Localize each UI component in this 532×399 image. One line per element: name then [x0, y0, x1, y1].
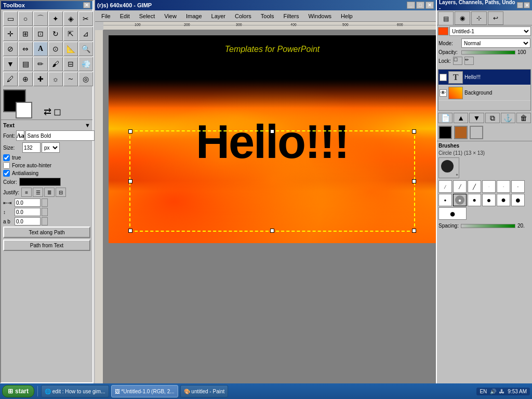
blend-tool[interactable]: ▤	[18, 57, 33, 71]
menu-edit[interactable]: Edit	[116, 12, 134, 20]
indent-spinner[interactable]	[42, 198, 48, 207]
layer-item-hello[interactable]: 👁 T Hello!!!	[438, 70, 530, 85]
taskbar-item-gimp[interactable]: 🖼 *Untitled-1.0 (RGB, 2...	[111, 385, 178, 397]
brush-2[interactable]: ╱	[453, 180, 467, 193]
brush-11[interactable]: ●	[497, 194, 510, 206]
airbrush-tool[interactable]: 💨	[78, 57, 93, 71]
brush-10[interactable]: ●	[482, 194, 496, 206]
convolve-tool[interactable]: ◎	[78, 72, 93, 86]
background-color[interactable]	[16, 102, 32, 118]
fg-color-box[interactable]	[438, 126, 452, 139]
taskbar-item-paint[interactable]: 🎨 untitled - Paint	[180, 385, 229, 397]
brush-3[interactable]: ╱	[468, 180, 481, 193]
paintbrush-tool[interactable]: 🖌	[48, 57, 63, 71]
line-spacing-input[interactable]	[15, 208, 41, 216]
tab-channels[interactable]: ◉	[455, 11, 470, 25]
start-button[interactable]: ⊞ start	[2, 385, 34, 397]
text-color-swatch[interactable]	[19, 178, 61, 186]
justify-left-button[interactable]: ≡	[21, 188, 32, 197]
tab-layers[interactable]: ▤	[438, 11, 454, 25]
menu-tools[interactable]: Tools	[257, 12, 278, 20]
raise-layer-button[interactable]: ▲	[454, 113, 468, 123]
menu-help[interactable]: Help	[337, 12, 357, 20]
brush-9[interactable]: ●	[468, 194, 481, 206]
tab-undo[interactable]: ↩	[488, 11, 503, 25]
heal-tool[interactable]: ✚	[33, 72, 48, 86]
foreground-color[interactable]	[3, 89, 26, 112]
lock-transparency-button[interactable]: ☐	[453, 57, 462, 65]
crop-tool[interactable]: ⊡	[33, 26, 48, 41]
maximize-button[interactable]: □	[416, 2, 424, 9]
force-auto-hinter-checkbox[interactable]	[3, 162, 10, 169]
menu-filters[interactable]: Filters	[280, 12, 303, 20]
pencil-tool[interactable]: ✏	[33, 57, 48, 71]
font-name-input[interactable]	[25, 130, 95, 141]
mid-color-box[interactable]	[454, 126, 468, 139]
mode-select[interactable]: Normal	[461, 38, 530, 48]
layer-item-background[interactable]: 👁 Background	[438, 85, 530, 101]
anchor-layer-button[interactable]: ⚓	[501, 113, 515, 123]
brush-7[interactable]: ●	[438, 194, 452, 206]
text-tool[interactable]: A	[33, 42, 48, 56]
menu-image[interactable]: Image	[182, 12, 206, 20]
menu-view[interactable]: View	[160, 12, 181, 20]
size-input[interactable]	[22, 142, 41, 153]
brush-circle-11[interactable]: ●	[453, 194, 467, 206]
indent-input[interactable]	[15, 198, 41, 207]
lower-layer-button[interactable]: ▼	[469, 113, 484, 123]
menu-layer[interactable]: Layer	[207, 12, 230, 20]
color-picker-tool[interactable]: ⊙	[48, 42, 63, 56]
rotate-tool[interactable]: ↻	[48, 26, 63, 41]
line-spacing-spinner[interactable]	[42, 208, 48, 216]
path-from-text-button[interactable]: Path from Text	[3, 240, 90, 251]
brush-5[interactable]: ·	[497, 180, 510, 193]
new-layer-button[interactable]: 📄	[438, 113, 453, 123]
text-along-path-button[interactable]: Text along Path	[3, 227, 90, 238]
rect-select-tool[interactable]: ▭	[3, 11, 18, 26]
unit-select[interactable]: px pt mm	[42, 142, 60, 153]
hinting-checkbox[interactable]	[3, 154, 10, 161]
letter-spacing-input[interactable]	[15, 217, 41, 225]
spacing-slider[interactable]	[461, 224, 515, 228]
right-panel-minimize[interactable]: _	[517, 2, 523, 8]
justify-center-button[interactable]: ☰	[33, 188, 43, 197]
magnify-tool[interactable]: 🔍	[78, 42, 93, 56]
menu-windows[interactable]: Windows	[304, 12, 336, 20]
justify-right-button[interactable]: ≣	[44, 188, 55, 197]
swap-colors[interactable]: ⇄	[44, 106, 51, 117]
lock-paint-button[interactable]: ✏	[464, 57, 474, 65]
measure-tool[interactable]: 📐	[63, 42, 78, 56]
brush-6[interactable]: ·	[511, 180, 525, 193]
move-tool[interactable]: ✛	[3, 26, 18, 41]
layer-visibility-hello[interactable]: 👁	[440, 74, 447, 81]
ink-tool[interactable]: 🖊	[3, 72, 18, 86]
brush-13[interactable]: ●	[438, 207, 467, 220]
close-button[interactable]: ✕	[425, 2, 434, 9]
bg-color-box[interactable]	[470, 126, 483, 139]
shear-tool[interactable]: ⊿	[78, 26, 93, 41]
toolbox-close-button[interactable]: ✕	[83, 2, 90, 8]
align-tool[interactable]: ⊞	[18, 26, 33, 41]
antialiasing-checkbox[interactable]	[3, 170, 10, 177]
minimize-button[interactable]: _	[407, 2, 415, 9]
flip-tool[interactable]: ⇔	[18, 42, 33, 56]
menu-select[interactable]: Select	[135, 12, 159, 20]
delete-layer-button[interactable]: 🗑	[516, 113, 531, 123]
menu-colors[interactable]: Colors	[231, 12, 256, 20]
dodge-burn-tool[interactable]: ☼	[48, 72, 63, 86]
right-panel-close[interactable]: ✕	[524, 2, 530, 8]
opacity-slider[interactable]	[461, 50, 515, 55]
perspective-tool[interactable]: ⊘	[3, 42, 18, 56]
brush-1[interactable]: ╱	[438, 180, 452, 193]
bucket-fill-tool[interactable]: ▼	[3, 57, 18, 71]
tab-paths[interactable]: ⊹	[471, 11, 487, 25]
text-panel-collapse[interactable]: ▼	[85, 122, 90, 128]
layer-visibility-background[interactable]: 👁	[440, 89, 447, 97]
canvas-area[interactable]: Templates for PowerPoint Hello!!!	[103, 30, 436, 389]
brush-4[interactable]: ·	[482, 180, 496, 193]
brush-12[interactable]: ●	[511, 194, 525, 206]
document-select[interactable]: Untitled-1	[449, 26, 531, 36]
select-by-color-tool[interactable]: ◈	[63, 11, 78, 26]
ellipse-select-tool[interactable]: ○	[18, 11, 33, 26]
duplicate-layer-button[interactable]: ⧉	[485, 113, 500, 123]
